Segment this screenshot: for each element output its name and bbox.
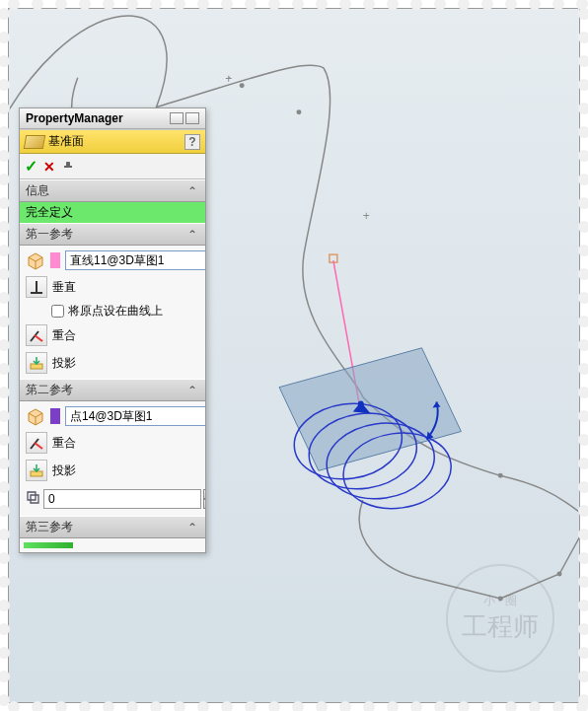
svg-point-115 xyxy=(578,434,588,446)
svg-point-54 xyxy=(292,701,304,711)
svg-point-19 xyxy=(55,0,67,10)
svg-point-91 xyxy=(0,576,10,588)
svg-point-56 xyxy=(339,701,351,711)
svg-point-43 xyxy=(32,701,43,711)
svg-point-72 xyxy=(0,126,10,138)
svg-point-79 xyxy=(0,292,10,304)
svg-point-83 xyxy=(0,387,10,398)
svg-point-33 xyxy=(387,0,399,10)
svg-point-78 xyxy=(0,268,10,280)
svg-point-99 xyxy=(578,55,588,67)
svg-point-116 xyxy=(578,458,588,469)
svg-point-102 xyxy=(578,126,588,138)
svg-point-121 xyxy=(578,576,588,588)
svg-point-30 xyxy=(316,0,328,10)
svg-point-46 xyxy=(103,701,114,711)
svg-point-29 xyxy=(292,0,304,10)
svg-point-124 xyxy=(578,647,588,659)
svg-point-109 xyxy=(578,292,588,304)
svg-point-28 xyxy=(268,0,280,10)
svg-point-49 xyxy=(174,701,185,711)
svg-point-92 xyxy=(0,600,10,611)
svg-point-81 xyxy=(0,339,10,351)
svg-point-84 xyxy=(0,410,10,422)
svg-point-89 xyxy=(0,529,10,540)
svg-point-21 xyxy=(103,0,114,10)
svg-point-122 xyxy=(578,600,588,611)
svg-point-110 xyxy=(578,316,588,327)
svg-point-97 xyxy=(578,8,588,20)
svg-point-63 xyxy=(505,701,517,711)
svg-point-32 xyxy=(363,0,375,10)
svg-point-51 xyxy=(221,701,233,711)
svg-point-24 xyxy=(174,0,185,10)
svg-point-118 xyxy=(578,505,588,517)
svg-point-70 xyxy=(0,79,10,91)
svg-point-104 xyxy=(578,174,588,185)
svg-point-73 xyxy=(0,150,10,162)
svg-point-48 xyxy=(150,701,162,711)
svg-point-112 xyxy=(578,363,588,375)
svg-point-86 xyxy=(0,458,10,469)
svg-point-17 xyxy=(8,0,20,10)
svg-point-25 xyxy=(197,0,209,10)
svg-point-36 xyxy=(458,0,470,10)
svg-point-26 xyxy=(221,0,233,10)
svg-point-94 xyxy=(0,647,10,659)
svg-point-47 xyxy=(126,701,138,711)
svg-point-108 xyxy=(578,268,588,280)
svg-point-119 xyxy=(578,529,588,540)
svg-point-69 xyxy=(0,55,10,67)
svg-rect-16 xyxy=(4,4,584,707)
svg-point-120 xyxy=(578,552,588,564)
svg-point-23 xyxy=(150,0,162,10)
svg-point-74 xyxy=(0,174,10,185)
svg-point-125 xyxy=(578,671,588,682)
svg-point-27 xyxy=(245,0,257,10)
svg-point-35 xyxy=(434,0,446,10)
svg-point-71 xyxy=(0,103,10,114)
svg-point-53 xyxy=(268,701,280,711)
svg-point-68 xyxy=(0,32,10,43)
svg-point-113 xyxy=(578,387,588,398)
svg-point-38 xyxy=(505,0,517,10)
svg-point-45 xyxy=(79,701,91,711)
svg-point-90 xyxy=(0,552,10,564)
svg-point-80 xyxy=(0,316,10,327)
svg-point-103 xyxy=(578,150,588,162)
svg-point-44 xyxy=(55,701,67,711)
svg-point-42 xyxy=(8,701,20,711)
stamp-border xyxy=(0,0,588,711)
svg-point-114 xyxy=(578,410,588,422)
svg-point-34 xyxy=(410,0,422,10)
svg-point-98 xyxy=(578,32,588,43)
svg-point-88 xyxy=(0,505,10,517)
svg-point-85 xyxy=(0,434,10,446)
svg-point-82 xyxy=(0,363,10,375)
svg-point-93 xyxy=(0,623,10,635)
svg-point-60 xyxy=(434,701,446,711)
svg-point-18 xyxy=(32,0,43,10)
svg-point-22 xyxy=(126,0,138,10)
svg-point-52 xyxy=(245,701,257,711)
svg-point-40 xyxy=(552,0,564,10)
svg-point-39 xyxy=(529,0,541,10)
svg-point-59 xyxy=(410,701,422,711)
svg-point-37 xyxy=(481,0,493,10)
svg-point-20 xyxy=(79,0,91,10)
svg-point-75 xyxy=(0,197,10,209)
svg-point-107 xyxy=(578,245,588,256)
svg-point-76 xyxy=(0,221,10,233)
svg-point-95 xyxy=(0,671,10,682)
svg-point-101 xyxy=(578,103,588,114)
svg-point-77 xyxy=(0,245,10,256)
svg-point-106 xyxy=(578,221,588,233)
svg-point-61 xyxy=(458,701,470,711)
svg-point-100 xyxy=(578,79,588,91)
svg-point-123 xyxy=(578,623,588,635)
svg-point-58 xyxy=(387,701,399,711)
svg-point-111 xyxy=(578,339,588,351)
svg-point-87 xyxy=(0,481,10,493)
svg-point-105 xyxy=(578,197,588,209)
svg-point-65 xyxy=(552,701,564,711)
